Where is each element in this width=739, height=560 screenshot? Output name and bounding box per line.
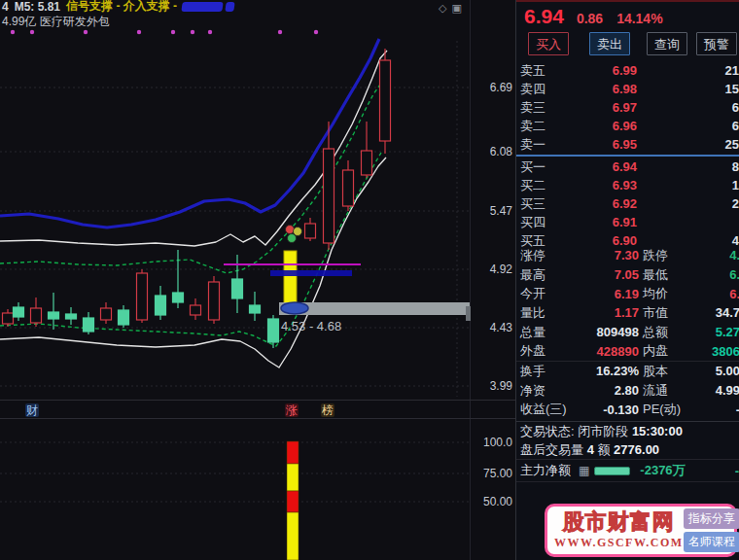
stat-row: 总量809498总额5.27 <box>516 323 739 342</box>
bid-row[interactable]: 买二6.931 <box>516 176 739 194</box>
axis-tick-label: 5.47 <box>490 204 512 218</box>
candle-up <box>362 122 372 178</box>
main-force-bar <box>594 467 630 475</box>
chart-tag-button[interactable]: 涨 <box>285 403 299 417</box>
signal-dot <box>208 30 212 34</box>
stat-row: 最高7.05最低6. <box>516 265 739 285</box>
bid-row[interactable]: 买四6.91 <box>516 213 739 231</box>
level-label: 买四 <box>520 214 569 231</box>
stat-label: 涨停 <box>520 247 579 264</box>
candle-up <box>305 218 316 241</box>
candle-up <box>324 122 334 250</box>
stat-row: 量比1.17市值34.7 <box>516 303 739 323</box>
bid-row[interactable]: 买一6.948 <box>516 158 739 176</box>
ask-row[interactable]: 卖五6.9921 <box>516 61 739 80</box>
watermark-badges: 指标分享名师课程 <box>684 508 739 552</box>
level-price: 6.93 <box>569 178 637 192</box>
main-force-label: 主力净额 <box>520 462 571 479</box>
ask-row[interactable]: 卖一6.9525 <box>516 135 739 154</box>
candle-up <box>380 49 391 154</box>
ask-row[interactable]: 卖三6.976 <box>516 98 739 117</box>
stat-value: 5.00 <box>695 364 739 378</box>
candle-up <box>137 269 148 323</box>
candle-up <box>101 302 112 324</box>
chart-indicator-header: 4 M5: 5.81 信号支撑 - 介入支撑 - <box>2 0 237 13</box>
ask-row[interactable]: 卖二6.966 <box>516 117 739 135</box>
sub-indicator-bar-segment <box>287 464 299 491</box>
level-volume: 6 <box>637 119 739 133</box>
stat-value: 7.30 <box>579 248 639 262</box>
stat-row: 换手16.23%股本5.00 <box>516 361 739 381</box>
stat-value: 3806 <box>695 344 739 359</box>
diamond-icon[interactable]: ◇ <box>439 2 446 15</box>
candle-down <box>119 305 129 328</box>
axis-tick-label: 3.99 <box>490 379 512 393</box>
signal-dot <box>137 30 141 34</box>
candlestick-chart-pane[interactable]: 4 M5: 5.81 信号支撑 - 介入支撑 - 4.99亿 医疗研发外包 ◇ … <box>0 0 515 560</box>
signal-dot <box>11 30 15 34</box>
after-hours-value: 2776.00 <box>614 442 659 457</box>
watermark-url: WWW.GSCFW.COM <box>554 536 684 550</box>
order-book: 卖五6.9921卖四6.9815卖三6.976卖二6.966卖一6.9525买一… <box>516 61 739 250</box>
layout-panel-icon[interactable]: ▣ <box>451 2 461 15</box>
level-volume: 2 <box>637 196 739 211</box>
axis-tick-label: 4.92 <box>490 262 512 276</box>
level-price: 6.92 <box>569 196 637 211</box>
main-force-row: 主力净额 ▦ -2376万 - <box>516 459 739 482</box>
level-volume: 15 <box>637 82 739 96</box>
axis-tick-label: 50.00 <box>483 495 512 508</box>
status-phase: 闭市阶段 <box>578 423 628 440</box>
sell-button[interactable]: 卖出 <box>589 32 630 55</box>
stat-value: 428890 <box>579 344 639 359</box>
site-watermark: 股市财富网 WWW.GSCFW.COM 指标分享名师课程 <box>545 504 737 557</box>
level-volume: 21 <box>637 63 739 78</box>
level-volume: 25 <box>637 137 739 152</box>
stat-label: 总量 <box>520 324 579 341</box>
axis-scroll-nub[interactable] <box>466 306 471 321</box>
level-label: 卖三 <box>520 99 569 117</box>
stock-info-line: 4.99亿 医疗研发外包 <box>2 14 110 30</box>
chart-tag-button[interactable]: 财 <box>25 403 39 417</box>
candlestick-chart-canvas[interactable] <box>0 0 515 560</box>
price-axis: 6.696.085.474.924.433.99100.075.0050.00 <box>471 0 515 560</box>
buy-button[interactable]: 买入 <box>528 32 569 55</box>
trade-button-row: 买入卖出查询预警 <box>528 32 739 55</box>
ask-row[interactable]: 卖四6.9815 <box>516 80 739 98</box>
bid-row[interactable]: 买三6.922 <box>516 194 739 213</box>
stat-row: 净资2.80流通4.99 <box>516 381 739 401</box>
after-hours-row: 盘后交易量 4 额 2776.00 <box>516 440 739 459</box>
top-accent-strip <box>516 0 739 2</box>
stat-value: 2.80 <box>579 383 639 398</box>
stat-row: 今开6.19均价6. <box>516 284 739 303</box>
level-volume: 8 <box>637 159 739 174</box>
candle-down <box>156 286 166 320</box>
stat-label: 均价 <box>643 285 695 302</box>
axis-tick-label: 100.0 <box>483 436 512 449</box>
stat-value: 4.99 <box>695 383 739 398</box>
trading-status-row: 交易状态: 闭市阶段 15:30:00 <box>516 422 739 440</box>
stat-value: 6.19 <box>579 287 639 301</box>
candle-down <box>84 312 94 334</box>
candle-up <box>191 298 201 320</box>
level-label: 买一 <box>520 158 569 176</box>
toolbar-button[interactable]: 查询 <box>647 32 687 55</box>
after-hours-count: 4 <box>587 442 594 457</box>
period-prefix: 4 <box>2 0 9 14</box>
candle-down <box>250 292 261 321</box>
stat-label: 总额 <box>643 324 695 341</box>
grid-icon[interactable]: ▦ <box>579 464 589 477</box>
level-price: 6.94 <box>569 159 637 174</box>
market-stats: 涨停7.30跌停4.最高7.05最低6.今开6.19均价6.量比1.17市值34… <box>516 246 739 419</box>
after-hours-mid: 额 <box>597 441 610 459</box>
level-label: 卖二 <box>520 118 569 135</box>
toolbar-button[interactable]: 预警 <box>696 32 737 55</box>
level-price: 6.91 <box>569 215 637 229</box>
stat-value: 6. <box>695 287 739 301</box>
spread-divider-accent <box>516 155 563 157</box>
axis-tick-label: 6.69 <box>490 81 512 94</box>
chart-tag-button[interactable]: 榜 <box>321 403 334 417</box>
stat-row: 外盘428890内盘3806 <box>516 341 739 361</box>
support-band-blue <box>270 270 352 276</box>
level-label: 买三 <box>520 195 569 213</box>
stat-label: 跌停 <box>643 247 695 264</box>
